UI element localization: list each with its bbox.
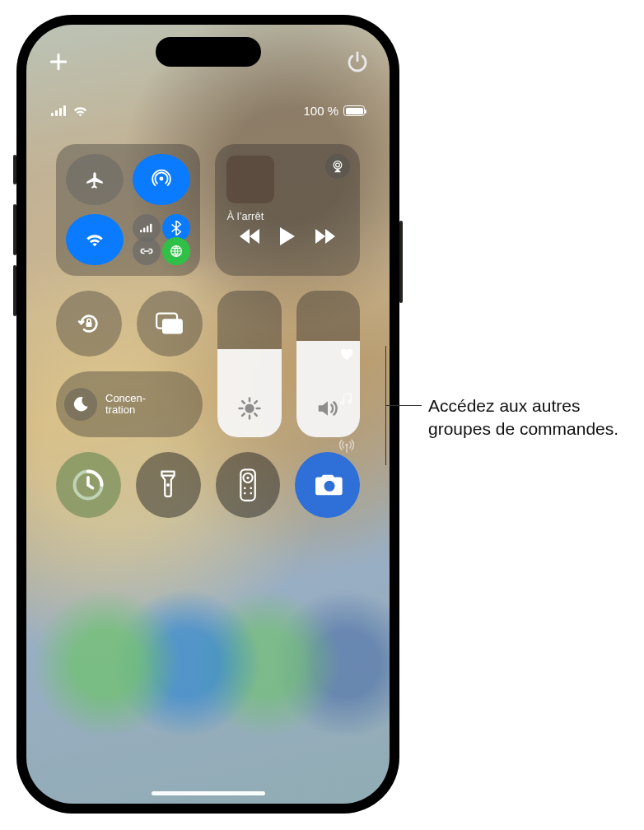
brightness-icon (237, 396, 262, 421)
svg-point-25 (324, 481, 334, 492)
svg-rect-12 (86, 322, 92, 327)
airplay-button[interactable] (325, 154, 350, 179)
airdrop-toggle[interactable] (133, 154, 190, 205)
airdrop-icon (151, 169, 172, 190)
connectivity-tile[interactable] (56, 144, 200, 276)
rewind-button[interactable] (240, 229, 259, 244)
svg-point-11 (334, 161, 342, 170)
wifi-icon (72, 105, 88, 117)
svg-rect-14 (162, 319, 183, 333)
cellular-mini-icon (140, 223, 153, 233)
do-not-disturb-icon-wrap (64, 388, 97, 421)
brightness-slider[interactable] (217, 291, 282, 437)
music-note-icon (340, 393, 353, 408)
flashlight-icon (158, 469, 178, 501)
media-status: À l’arrêt (226, 210, 348, 222)
battery-percent: 100 % (303, 104, 338, 118)
forward-button[interactable] (315, 229, 335, 244)
control-center-screen: 100 % (26, 25, 390, 804)
focus-button[interactable]: Concen- tration (56, 371, 203, 437)
focus-label: Concen- tration (105, 393, 146, 416)
globe-icon (169, 244, 184, 259)
airplane-mode-toggle[interactable] (66, 154, 124, 205)
svg-point-22 (250, 487, 252, 489)
wifi-toggle[interactable] (66, 214, 124, 265)
antenna-icon (338, 439, 355, 454)
svg-point-20 (246, 477, 249, 479)
remote-icon (239, 469, 257, 501)
timer-button[interactable] (56, 452, 121, 518)
svg-point-21 (244, 487, 246, 489)
svg-rect-5 (140, 230, 142, 232)
page-music-icon[interactable] (338, 392, 355, 408)
svg-rect-8 (150, 224, 152, 232)
airplay-icon (330, 160, 345, 173)
media-tile[interactable]: À l’arrêt (215, 144, 360, 276)
svg-point-17 (166, 483, 170, 487)
figure: 100 % (0, 0, 644, 830)
svg-rect-0 (51, 113, 54, 116)
airplane-icon (84, 169, 105, 190)
timer-icon (70, 467, 106, 503)
flashlight-button[interactable] (136, 452, 201, 518)
camera-button[interactable] (295, 452, 360, 518)
album-art (226, 156, 274, 203)
svg-rect-2 (59, 108, 62, 116)
power-button[interactable] (345, 49, 370, 74)
page-connectivity-icon[interactable] (338, 438, 355, 455)
side-action-button (13, 155, 16, 184)
plus-icon (46, 49, 71, 74)
screen-mirroring-icon (156, 312, 184, 335)
svg-point-10 (336, 163, 340, 167)
iphone-frame: 100 % (16, 15, 399, 814)
battery-icon (343, 105, 365, 116)
svg-rect-6 (143, 228, 145, 233)
page-favorites-icon[interactable] (338, 346, 355, 362)
svg-rect-1 (55, 110, 58, 116)
moon-icon (72, 395, 90, 413)
status-bar: 100 % (51, 104, 365, 118)
wifi-toggle-icon (84, 229, 105, 250)
callout-text: Accédez aux autres groupes de commandes. (428, 394, 626, 441)
svg-point-4 (159, 176, 163, 180)
heart-icon (339, 347, 354, 361)
dynamic-island (156, 37, 261, 67)
camera-icon (312, 473, 343, 497)
group-navigator[interactable] (338, 346, 355, 455)
side-button (399, 221, 403, 303)
screen-mirroring-button[interactable] (137, 291, 203, 357)
bluetooth-icon (170, 221, 182, 235)
callout-leader-h (385, 405, 422, 406)
orientation-lock-icon (76, 310, 102, 337)
svg-point-15 (245, 403, 254, 413)
satellite-toggle[interactable] (162, 237, 190, 265)
volume-icon (315, 396, 340, 421)
connectivity-expand[interactable] (133, 214, 190, 265)
apple-tv-remote-button[interactable] (216, 452, 281, 518)
personal-hotspot-toggle[interactable] (133, 237, 161, 265)
home-indicator[interactable] (152, 791, 265, 795)
volume-down-button (13, 265, 16, 316)
power-icon (345, 49, 370, 74)
hotspot-icon (138, 246, 155, 256)
svg-point-24 (250, 492, 252, 495)
add-control-button[interactable] (46, 49, 71, 74)
svg-rect-18 (240, 469, 255, 501)
svg-point-23 (244, 492, 246, 495)
cellular-icon (51, 105, 68, 116)
play-button[interactable] (279, 227, 296, 245)
svg-rect-7 (147, 226, 148, 232)
orientation-lock-toggle[interactable] (56, 291, 122, 357)
volume-up-button (13, 204, 16, 255)
svg-rect-3 (63, 105, 66, 116)
